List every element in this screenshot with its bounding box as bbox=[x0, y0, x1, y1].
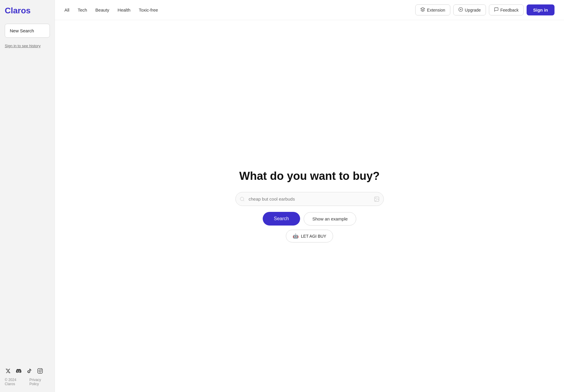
svg-line-4 bbox=[243, 200, 244, 201]
agi-buy-button[interactable]: 🤖 LET AGI BUY bbox=[286, 230, 333, 242]
discord-icon[interactable] bbox=[15, 368, 22, 374]
nav-actions: Extension Upgrade bbox=[415, 4, 555, 15]
search-button[interactable]: Search bbox=[263, 212, 300, 226]
svg-point-3 bbox=[240, 197, 244, 201]
new-search-button[interactable]: New Search bbox=[5, 24, 50, 38]
sign-in-history-link[interactable]: Sign in to see history bbox=[5, 44, 50, 48]
svg-point-6 bbox=[375, 198, 376, 199]
nav-health[interactable]: Health bbox=[118, 6, 130, 14]
main-content: All Tech Beauty Health Toxic-free Extens… bbox=[55, 0, 564, 392]
upgrade-label: Upgrade bbox=[465, 8, 481, 12]
feedback-button[interactable]: Feedback bbox=[489, 4, 524, 15]
twitter-icon[interactable] bbox=[5, 368, 11, 374]
robot-icon: 🤖 bbox=[293, 233, 299, 239]
extension-button[interactable]: Extension bbox=[415, 4, 450, 15]
search-input[interactable] bbox=[235, 192, 384, 206]
nav-categories: All Tech Beauty Health Toxic-free bbox=[64, 6, 158, 14]
upgrade-button[interactable]: Upgrade bbox=[453, 4, 486, 15]
feedback-icon bbox=[494, 7, 499, 13]
privacy-policy-link[interactable]: Privacy Policy bbox=[29, 378, 50, 386]
nav-tech[interactable]: Tech bbox=[78, 6, 87, 14]
nav-beauty[interactable]: Beauty bbox=[95, 6, 109, 14]
signin-button[interactable]: Sign in bbox=[527, 4, 555, 15]
center-area: What do you want to buy? bbox=[55, 20, 564, 392]
main-heading: What do you want to buy? bbox=[239, 170, 380, 182]
image-upload-icon[interactable] bbox=[374, 196, 380, 202]
footer-links: © 2024 Claros Privacy Policy bbox=[5, 378, 50, 386]
sidebar-footer: © 2024 Claros Privacy Policy bbox=[5, 362, 50, 386]
social-icons-group bbox=[5, 368, 50, 374]
search-icon bbox=[240, 196, 245, 202]
upgrade-icon bbox=[458, 7, 463, 13]
tiktok-icon[interactable] bbox=[26, 368, 33, 374]
instagram-icon[interactable] bbox=[37, 368, 43, 374]
action-buttons: Search Show an example bbox=[263, 212, 357, 226]
search-box-wrapper bbox=[235, 192, 384, 206]
show-example-button[interactable]: Show an example bbox=[304, 212, 356, 226]
nav-all[interactable]: All bbox=[64, 6, 69, 14]
extension-icon bbox=[420, 7, 425, 13]
copyright-text: © 2024 Claros bbox=[5, 378, 26, 386]
extension-label: Extension bbox=[427, 8, 445, 12]
logo[interactable]: Claros bbox=[5, 6, 50, 15]
feedback-label: Feedback bbox=[500, 8, 519, 12]
nav-toxic-free[interactable]: Toxic-free bbox=[139, 6, 158, 14]
sidebar: Claros New Search Sign in to see history bbox=[0, 0, 55, 392]
topnav: All Tech Beauty Health Toxic-free Extens… bbox=[55, 0, 564, 20]
agi-buy-label: LET AGI BUY bbox=[301, 234, 326, 239]
